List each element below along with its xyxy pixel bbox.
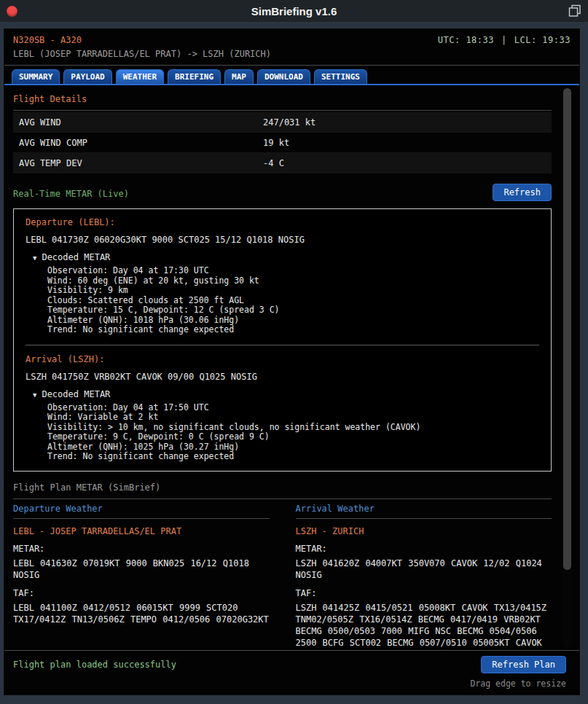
arrival-metar-raw: LSZH 041750Z VRB02KT CAVOK 09/00 Q1025 N… bbox=[26, 371, 539, 383]
departure-decoded-lines: Observation: Day 04 at 17:30 UTCWind: 60… bbox=[26, 266, 539, 335]
content-area: Flight Details AVG WIND 247/031 kt AVG W… bbox=[4, 85, 579, 650]
divider bbox=[13, 110, 552, 111]
local-time: LCL: 19:33 bbox=[514, 35, 571, 45]
tab-bar: SUMMARY PAYLOAD WEATHER BRIEFING MAP DOW… bbox=[4, 66, 579, 85]
app-window: SimBriefing v1.6 N320SB - A320 UTC: 18:3… bbox=[0, 0, 588, 704]
departure-fp-taf: LEBL 041100Z 0412/0512 06015KT 9999 SCT0… bbox=[13, 602, 270, 625]
decoded-metar-toggle[interactable]: ▼Decoded METAR bbox=[33, 389, 539, 399]
detail-value: 19 kt bbox=[263, 138, 546, 148]
taf-label: TAF: bbox=[13, 588, 270, 598]
vertical-scrollbar[interactable] bbox=[562, 87, 572, 648]
decoded-metar-line: Temperature: 15 C, Dewpoint: 12 C (sprea… bbox=[47, 305, 539, 316]
arrival-heading: Arrival (LSZH): bbox=[26, 354, 539, 364]
clock-separator: | bbox=[501, 35, 507, 45]
decoded-metar-line: Altimeter (QNH): 1025 hPa (30.27 inHg) bbox=[47, 442, 539, 453]
divider bbox=[26, 345, 539, 345]
departure-metar-raw: LEBL 041730Z 06020G30KT 9000 SCT025 15/1… bbox=[26, 234, 539, 246]
flight-details-table: AVG WIND 247/031 kt AVG WIND COMP 19 kt … bbox=[13, 112, 552, 173]
decoded-metar-line: Wind: 60 deg (ENE) at 20 kt, gusting 30 … bbox=[47, 276, 539, 286]
tab[interactable]: WEATHER bbox=[116, 69, 164, 84]
scrollbar-thumb[interactable] bbox=[563, 88, 571, 570]
refresh-plan-button[interactable]: Refresh Plan bbox=[481, 656, 566, 673]
utc-time: UTC: 18:33 bbox=[438, 35, 494, 45]
departure-weather-column: Departure Weather LEBL - JOSEP TARRADELL… bbox=[13, 504, 270, 651]
arrival-decoded-lines: Observation: Day 04 at 17:50 UTCWind: Va… bbox=[26, 403, 539, 462]
arrival-fp-metar: LSZH 041620Z 04007KT 350V070 CAVOK 12/02… bbox=[296, 558, 552, 581]
tab[interactable]: DOWNLOAD bbox=[257, 69, 310, 84]
title-bar: SimBriefing v1.6 bbox=[0, 0, 588, 22]
tab[interactable]: PAYLOAD bbox=[63, 69, 111, 84]
collapse-triangle-icon: ▼ bbox=[33, 254, 36, 262]
collapse-triangle-icon: ▼ bbox=[33, 391, 36, 399]
detail-value: 247/031 kt bbox=[263, 117, 546, 128]
departure-fp-metar: LEBL 041630Z 07019KT 9000 BKN025 16/12 Q… bbox=[13, 558, 270, 581]
decoded-metar-label: Decoded METAR bbox=[42, 252, 110, 262]
restore-window-icon[interactable] bbox=[568, 4, 581, 17]
realtime-metar-title: Real-Time METAR (Live) bbox=[13, 189, 129, 199]
arrival-weather-heading: Arrival Weather bbox=[296, 504, 552, 519]
flight-id: N320SB - A320 bbox=[13, 35, 82, 45]
decoded-metar-line: Visibility: > 10 km, no significant clou… bbox=[47, 423, 539, 433]
decoded-metar-line: Trend: No significant change expected bbox=[47, 325, 539, 335]
scroll-content: Flight Details AVG WIND 247/031 kt AVG W… bbox=[4, 85, 579, 650]
window-title: SimBriefing v1.6 bbox=[0, 5, 588, 17]
decoded-metar-label: Decoded METAR bbox=[42, 389, 110, 399]
decoded-metar-line: Altimeter (QNH): 1018 hPa (30.06 inHg) bbox=[47, 316, 539, 326]
flightplan-metar-title: Flight Plan METAR (SimBrief) bbox=[13, 482, 552, 493]
clock: UTC: 18:33|LCL: 19:33 bbox=[438, 35, 571, 45]
close-button[interactable] bbox=[7, 6, 17, 17]
taf-label: TAF: bbox=[296, 588, 552, 598]
metar-label: METAR: bbox=[13, 544, 270, 554]
flight-detail-row: AVG WIND 247/031 kt bbox=[13, 112, 552, 133]
departure-airport: LEBL - JOSEP TARRADELLAS/EL PRAT bbox=[13, 526, 270, 536]
decoded-metar-line: Temperature: 9 C, Dewpoint: 0 C (spread … bbox=[47, 432, 539, 442]
detail-label: AVG WIND bbox=[19, 117, 263, 128]
departure-weather-heading: Departure Weather bbox=[13, 504, 270, 519]
route-text: LEBL (JOSEP TARRADELLAS/EL PRAT) -> LSZH… bbox=[13, 49, 571, 62]
tab[interactable]: BRIEFING bbox=[168, 69, 221, 84]
status-bar: Flight plan loaded successfully Refresh … bbox=[4, 650, 579, 676]
resize-hint: Drag edge to resize bbox=[4, 676, 579, 695]
decoded-metar-line: Clouds: Scattered clouds at 2500 ft AGL bbox=[47, 296, 539, 306]
decoded-metar-line: Observation: Day 04 at 17:50 UTC bbox=[47, 403, 539, 413]
window-frame: N320SB - A320 UTC: 18:33|LCL: 19:33 LEBL… bbox=[0, 22, 588, 704]
tab[interactable]: SUMMARY bbox=[12, 69, 60, 84]
flightplan-columns: Departure Weather LEBL - JOSEP TARRADELL… bbox=[13, 504, 552, 651]
departure-heading: Departure (LEBL): bbox=[26, 217, 539, 227]
flight-details-title: Flight Details bbox=[13, 94, 552, 104]
detail-label: AVG TEMP DEV bbox=[19, 158, 263, 168]
realtime-metar-header: Real-Time METAR (Live) Refresh bbox=[13, 184, 552, 201]
flight-detail-row: AVG TEMP DEV -4 C bbox=[13, 153, 552, 173]
decoded-metar-line: Observation: Day 04 at 17:30 UTC bbox=[47, 266, 539, 276]
arrival-fp-taf: LSZH 041425Z 0415/0521 05008KT CAVOK TX1… bbox=[296, 602, 552, 651]
tab[interactable]: SETTINGS bbox=[314, 69, 367, 84]
app-body: N320SB - A320 UTC: 18:33|LCL: 19:33 LEBL… bbox=[4, 28, 580, 695]
decoded-metar-line: Visibility: 9 km bbox=[47, 286, 539, 296]
status-message: Flight plan loaded successfully bbox=[13, 660, 176, 670]
refresh-button[interactable]: Refresh bbox=[493, 184, 552, 201]
detail-value: -4 C bbox=[263, 158, 546, 168]
decoded-metar-toggle[interactable]: ▼Decoded METAR bbox=[33, 252, 539, 262]
decoded-metar-line: Wind: Variable at 2 kt bbox=[47, 412, 539, 423]
detail-label: AVG WIND COMP bbox=[19, 138, 263, 148]
decoded-metar-line: Trend: No significant change expected bbox=[47, 452, 539, 462]
flight-detail-row: AVG WIND COMP 19 kt bbox=[13, 133, 552, 153]
tab[interactable]: MAP bbox=[224, 69, 254, 84]
divider bbox=[13, 498, 552, 499]
arrival-airport: LSZH - ZURICH bbox=[296, 526, 552, 536]
realtime-metar-box: Departure (LEBL): LEBL 041730Z 06020G30K… bbox=[13, 208, 552, 472]
metar-label: METAR: bbox=[296, 544, 552, 554]
flight-header: N320SB - A320 UTC: 18:33|LCL: 19:33 LEBL… bbox=[4, 29, 579, 66]
arrival-weather-column: Arrival Weather LSZH - ZURICH METAR: LSZ… bbox=[296, 504, 552, 651]
